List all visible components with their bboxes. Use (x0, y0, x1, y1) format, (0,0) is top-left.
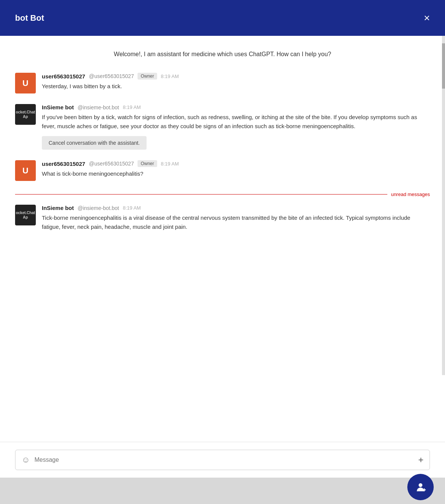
message-content: InSieme bot @insieme-bot.bot 8:19 AM Tic… (42, 205, 430, 231)
cancel-conversation-button[interactable]: Cancel conversation with the assistant. (42, 136, 147, 150)
message-meta: user6563015027 @user6563015027 Owner 8:1… (42, 73, 430, 80)
message-username: InSieme bot (42, 205, 74, 211)
avatar: U (15, 160, 36, 181)
message-group: ocket.Chat Ap InSieme bot @insieme-bot.b… (15, 205, 430, 231)
welcome-message: Welcome!, I am assistant for medicine wh… (15, 47, 430, 61)
message-group: U user6563015027 @user6563015027 Owner 8… (15, 73, 430, 93)
message-meta: InSieme bot @insieme-bot.bot 8:19 AM (42, 104, 430, 110)
message-text: What is tick-borne meningoencephalitis? (42, 169, 430, 178)
avatar-bot: ocket.Chat Ap (15, 205, 36, 225)
message-text: If you've been bitten by a tick, watch f… (42, 113, 430, 131)
close-button[interactable]: × (424, 13, 430, 23)
message-input[interactable] (34, 457, 414, 463)
messages-area: Welcome!, I am assistant for medicine wh… (0, 36, 445, 442)
input-container: ☺ + (15, 450, 430, 470)
message-time: 8:19 AM (161, 161, 179, 167)
message-username: user6563015027 (42, 161, 85, 167)
header-title: bot Bot (15, 13, 44, 23)
message-content: user6563015027 @user6563015027 Owner 8:1… (42, 73, 430, 91)
message-time: 8:19 AM (123, 104, 141, 110)
avatar-bot: ocket.Chat Ap (15, 104, 36, 125)
message-group: ocket.Chat Ap InSieme bot @insieme-bot.b… (15, 104, 430, 150)
unread-label: unread messages (391, 191, 430, 197)
message-content: user6563015027 @user6563015027 Owner 8:1… (42, 160, 430, 178)
message-username: InSieme bot (42, 104, 74, 110)
message-meta: InSieme bot @insieme-bot.bot 8:19 AM (42, 205, 430, 211)
message-handle: @user6563015027 (89, 161, 134, 167)
person-plus-icon (415, 481, 426, 493)
bottom-bar (0, 478, 445, 504)
message-role: Owner (138, 160, 157, 167)
unread-divider: unread messages (15, 191, 430, 197)
message-handle: @insieme-bot.bot (78, 104, 119, 110)
message-time: 8:19 AM (123, 205, 141, 211)
scrollbar-track[interactable] (442, 36, 445, 375)
chat-header: bot Bot × (0, 0, 445, 36)
scrollbar-thumb[interactable] (442, 43, 445, 89)
message-time: 8:19 AM (161, 74, 179, 79)
message-group: U user6563015027 @user6563015027 Owner 8… (15, 160, 430, 181)
message-handle: @user6563015027 (89, 73, 134, 79)
message-text: Tick-borne meningoencephalitis is a vira… (42, 213, 430, 231)
svg-point-0 (419, 483, 422, 487)
message-role: Owner (138, 73, 157, 80)
add-user-button[interactable] (407, 474, 434, 500)
avatar: U (15, 73, 36, 93)
message-text: Yesterday, I was bitten by a tick. (42, 82, 430, 91)
attachment-button[interactable]: + (418, 455, 424, 465)
message-content: InSieme bot @insieme-bot.bot 8:19 AM If … (42, 104, 430, 150)
unread-line (15, 194, 387, 195)
message-handle: @insieme-bot.bot (78, 205, 119, 211)
chat-window: bot Bot × Welcome!, I am assistant for m… (0, 0, 445, 504)
input-area: ☺ + (0, 442, 445, 478)
emoji-button[interactable]: ☺ (21, 455, 30, 465)
message-username: user6563015027 (42, 73, 85, 80)
message-meta: user6563015027 @user6563015027 Owner 8:1… (42, 160, 430, 167)
